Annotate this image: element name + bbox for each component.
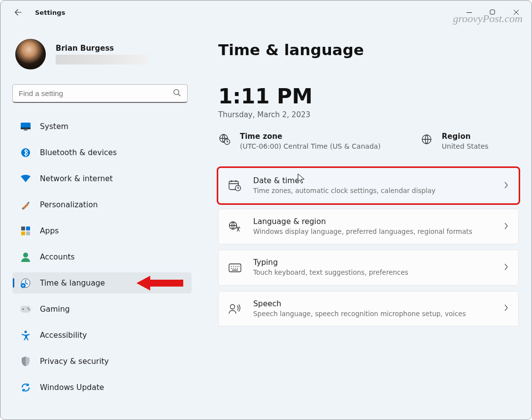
svg-rect-30 — [229, 264, 241, 272]
personalization-icon — [19, 199, 32, 210]
region-label: Region — [442, 132, 489, 141]
sidebar-item-label: Accounts — [40, 253, 75, 261]
svg-point-10 — [22, 207, 24, 209]
chevron-right-icon — [503, 181, 508, 191]
svg-point-20 — [23, 308, 24, 310]
option-title: Typing — [253, 258, 499, 267]
typing-icon — [228, 261, 242, 274]
accessibility-icon — [19, 330, 32, 341]
svg-point-22 — [29, 309, 30, 310]
option-typing[interactable]: Typing Touch keyboard, text suggestions,… — [218, 250, 519, 285]
language-region-icon — [228, 220, 242, 233]
option-desc: Speech language, speech recognition micr… — [253, 309, 499, 318]
svg-rect-14 — [26, 231, 30, 235]
sidebar-item-label: Bluetooth & devices — [40, 148, 117, 157]
option-desc: Time zones, automatic clock settings, ca… — [253, 186, 499, 195]
sidebar-item-privacy[interactable]: Privacy & security — [12, 351, 192, 372]
sidebar-item-label: Windows Update — [40, 383, 104, 392]
privacy-icon — [19, 356, 32, 367]
svg-point-4 — [174, 90, 179, 95]
option-speech[interactable]: Speech Speech language, speech recogniti… — [218, 291, 519, 326]
accounts-icon — [19, 252, 32, 262]
annotation-arrow-icon — [136, 273, 183, 293]
sidebar-item-accounts[interactable]: Accounts — [12, 246, 192, 267]
svg-rect-13 — [21, 231, 25, 235]
sidebar-item-label: Apps — [40, 226, 59, 235]
apps-icon — [19, 226, 32, 236]
svg-line-5 — [178, 94, 180, 96]
search-input[interactable] — [12, 84, 188, 103]
sidebar-item-label: Accessibility — [40, 331, 87, 340]
svg-rect-12 — [26, 226, 30, 230]
timezone-info[interactable]: Time zone (UTC-06:00) Central Time (US &… — [218, 132, 381, 150]
info-row: Time zone (UTC-06:00) Central Time (US &… — [218, 132, 519, 150]
option-title: Speech — [253, 299, 499, 308]
time-language-icon — [19, 278, 32, 289]
gaming-icon — [19, 304, 32, 315]
chevron-right-icon — [503, 304, 508, 313]
minimize-button[interactable] — [458, 4, 480, 20]
bluetooth-icon — [19, 147, 32, 158]
sidebar-item-system[interactable]: System — [12, 116, 192, 137]
sidebar-item-label: System — [40, 122, 68, 131]
profile-name: Brian Burgess — [56, 44, 148, 53]
main-content: Time & language 1:11 PM Thursday, March … — [197, 24, 532, 420]
windows-update-icon — [19, 382, 32, 393]
nav-list: System Bluetooth & devices Network & int… — [12, 116, 192, 398]
sidebar-item-gaming[interactable]: Gaming — [12, 298, 192, 320]
page-title: Time & language — [218, 41, 519, 59]
option-desc: Touch keyboard, text suggestions, prefer… — [253, 268, 499, 277]
svg-point-21 — [28, 307, 29, 308]
system-icon — [19, 121, 32, 132]
sidebar-item-apps[interactable]: Apps — [12, 220, 192, 241]
sidebar: Brian Burgess System — [0, 24, 197, 420]
back-button[interactable] — [10, 4, 26, 20]
speech-icon — [228, 302, 242, 315]
svg-rect-19 — [20, 306, 31, 313]
settings-window: Settings groovyPost.com Brian Burgess — [0, 0, 532, 420]
region-info[interactable]: Region United States — [420, 132, 489, 150]
region-value: United States — [442, 142, 489, 150]
profile-email-redacted — [56, 55, 148, 65]
chevron-right-icon — [503, 222, 508, 231]
svg-rect-1 — [490, 10, 495, 14]
close-button[interactable] — [505, 4, 528, 20]
option-date-time[interactable]: Date & time Time zones, automatic clock … — [218, 168, 519, 203]
titlebar: Settings — [0, 0, 532, 24]
svg-point-31 — [231, 304, 235, 309]
svg-rect-11 — [21, 226, 25, 230]
sidebar-item-label: Network & internet — [40, 174, 113, 183]
profile-card[interactable]: Brian Burgess — [12, 39, 192, 69]
avatar — [15, 39, 46, 69]
option-title: Date & time — [253, 176, 499, 185]
maximize-button[interactable] — [481, 4, 504, 20]
timezone-label: Time zone — [240, 132, 381, 141]
sidebar-item-label: Gaming — [40, 305, 70, 314]
sidebar-item-time-language[interactable]: Time & language — [12, 272, 192, 293]
svg-point-15 — [23, 253, 28, 258]
search-icon — [173, 89, 181, 98]
network-icon — [19, 173, 32, 184]
sidebar-item-personalization[interactable]: Personalization — [12, 194, 192, 215]
sidebar-item-network[interactable]: Network & internet — [12, 168, 192, 189]
timezone-icon — [218, 133, 231, 146]
clock-time: 1:11 PM — [218, 84, 519, 108]
chevron-right-icon — [503, 263, 508, 272]
sidebar-item-windows-update[interactable]: Windows Update — [12, 377, 192, 398]
sidebar-item-accessibility[interactable]: Accessibility — [12, 324, 192, 346]
sidebar-item-label: Personalization — [40, 200, 98, 209]
window-controls — [458, 4, 528, 20]
sidebar-item-label: Privacy & security — [40, 357, 109, 366]
clock-date: Thursday, March 2, 2023 — [218, 110, 519, 119]
svg-rect-7 — [21, 128, 31, 129]
app-title: Settings — [35, 9, 65, 16]
svg-rect-8 — [24, 129, 28, 130]
sidebar-item-label: Time & language — [40, 279, 105, 288]
sidebar-item-bluetooth[interactable]: Bluetooth & devices — [12, 142, 192, 163]
option-language-region[interactable]: Language & region Windows display langua… — [218, 209, 519, 244]
search-wrap — [12, 84, 192, 103]
svg-point-23 — [25, 330, 27, 333]
date-time-icon — [228, 179, 242, 192]
region-icon — [420, 133, 433, 146]
option-desc: Windows display language, preferred lang… — [253, 227, 499, 236]
